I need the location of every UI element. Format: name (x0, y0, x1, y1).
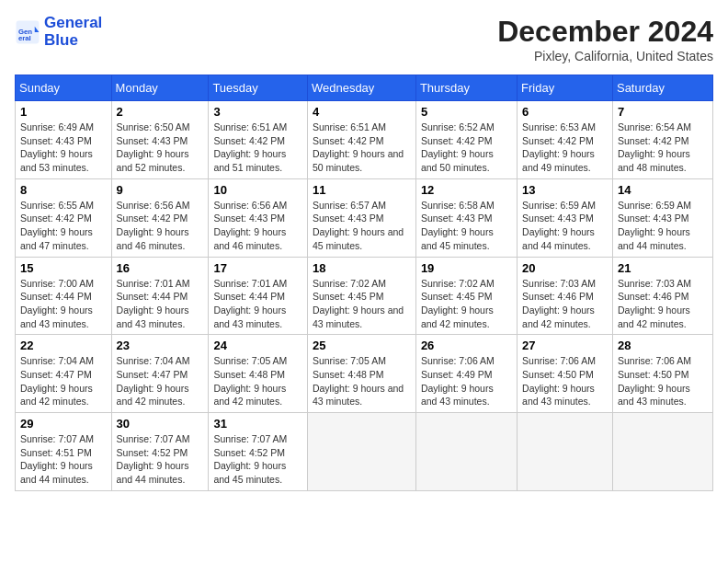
calendar-cell: 1 Sunrise: 6:49 AM Sunset: 4:43 PM Dayli… (16, 101, 112, 179)
day-info: Sunrise: 6:52 AM Sunset: 4:42 PM Dayligh… (421, 121, 512, 175)
calendar-cell: 12 Sunrise: 6:58 AM Sunset: 4:43 PM Dayl… (415, 178, 517, 257)
day-number: 19 (421, 261, 512, 275)
day-info: Sunrise: 7:02 AM Sunset: 4:45 PM Dayligh… (421, 277, 512, 331)
calendar-cell: 2 Sunrise: 6:50 AM Sunset: 4:43 PM Dayli… (111, 101, 209, 179)
calendar-cell: 8 Sunrise: 6:55 AM Sunset: 4:42 PM Dayli… (16, 178, 112, 257)
calendar-cell: 31 Sunrise: 7:07 AM Sunset: 4:52 PM Dayl… (209, 413, 308, 491)
day-info: Sunrise: 7:07 AM Sunset: 4:51 PM Dayligh… (20, 432, 107, 487)
day-info: Sunrise: 6:51 AM Sunset: 4:42 PM Dayligh… (213, 121, 302, 175)
calendar-cell: 16 Sunrise: 7:01 AM Sunset: 4:44 PM Dayl… (111, 257, 209, 335)
logo-icon: Gen eral (15, 19, 40, 45)
calendar-cell: 4 Sunrise: 6:51 AM Sunset: 4:42 PM Dayli… (307, 101, 415, 179)
day-info: Sunrise: 6:49 AM Sunset: 4:43 PM Dayligh… (20, 121, 107, 175)
calendar-cell: 18 Sunrise: 7:02 AM Sunset: 4:45 PM Dayl… (307, 257, 415, 335)
svg-text:eral: eral (18, 34, 31, 42)
calendar-cell: 9 Sunrise: 6:56 AM Sunset: 4:42 PM Dayli… (111, 178, 209, 257)
day-number: 13 (522, 183, 608, 197)
day-info: Sunrise: 7:06 AM Sunset: 4:50 PM Dayligh… (618, 354, 708, 408)
column-header-monday: Monday (111, 75, 209, 101)
title-area: December 2024 Pixley, California, United… (497, 15, 713, 63)
day-number: 15 (20, 261, 107, 275)
day-number: 2 (117, 105, 204, 119)
day-number: 6 (522, 105, 608, 119)
day-number: 11 (313, 183, 411, 197)
location: Pixley, California, United States (497, 49, 713, 63)
week-row-2: 8 Sunrise: 6:55 AM Sunset: 4:42 PM Dayli… (16, 178, 713, 257)
calendar-cell (518, 413, 613, 491)
calendar-table: SundayMondayTuesdayWednesdayThursdayFrid… (15, 75, 713, 491)
day-number: 27 (522, 339, 608, 352)
day-info: Sunrise: 7:06 AM Sunset: 4:50 PM Dayligh… (522, 354, 608, 408)
week-row-1: 1 Sunrise: 6:49 AM Sunset: 4:43 PM Dayli… (16, 101, 713, 179)
day-info: Sunrise: 6:59 AM Sunset: 4:43 PM Dayligh… (618, 199, 708, 253)
calendar-cell: 22 Sunrise: 7:04 AM Sunset: 4:47 PM Dayl… (16, 335, 112, 413)
month-title: December 2024 (497, 15, 713, 49)
day-info: Sunrise: 7:00 AM Sunset: 4:44 PM Dayligh… (20, 277, 107, 331)
calendar-cell: 14 Sunrise: 6:59 AM Sunset: 4:43 PM Dayl… (612, 178, 712, 257)
column-header-wednesday: Wednesday (307, 75, 415, 101)
day-number: 20 (522, 261, 608, 275)
column-header-thursday: Thursday (415, 75, 517, 101)
calendar-cell: 15 Sunrise: 7:00 AM Sunset: 4:44 PM Dayl… (16, 257, 112, 335)
calendar-cell: 13 Sunrise: 6:59 AM Sunset: 4:43 PM Dayl… (518, 178, 613, 257)
day-info: Sunrise: 7:03 AM Sunset: 4:46 PM Dayligh… (522, 277, 608, 331)
day-number: 1 (20, 105, 107, 119)
calendar-cell: 26 Sunrise: 7:06 AM Sunset: 4:49 PM Dayl… (415, 335, 517, 413)
day-info: Sunrise: 6:59 AM Sunset: 4:43 PM Dayligh… (522, 199, 608, 253)
day-info: Sunrise: 7:05 AM Sunset: 4:48 PM Dayligh… (213, 354, 302, 408)
day-info: Sunrise: 6:53 AM Sunset: 4:42 PM Dayligh… (522, 121, 608, 175)
calendar-cell: 6 Sunrise: 6:53 AM Sunset: 4:42 PM Dayli… (518, 101, 613, 179)
day-number: 14 (618, 183, 708, 197)
calendar-cell: 19 Sunrise: 7:02 AM Sunset: 4:45 PM Dayl… (415, 257, 517, 335)
day-number: 7 (618, 105, 708, 119)
day-number: 10 (213, 183, 302, 197)
calendar-cell: 28 Sunrise: 7:06 AM Sunset: 4:50 PM Dayl… (612, 335, 712, 413)
calendar-cell: 23 Sunrise: 7:04 AM Sunset: 4:47 PM Dayl… (111, 335, 209, 413)
calendar-cell: 21 Sunrise: 7:03 AM Sunset: 4:46 PM Dayl… (612, 257, 712, 335)
day-number: 25 (313, 339, 411, 352)
day-info: Sunrise: 7:04 AM Sunset: 4:47 PM Dayligh… (20, 354, 107, 408)
day-info: Sunrise: 7:07 AM Sunset: 4:52 PM Dayligh… (117, 432, 204, 487)
day-number: 31 (213, 417, 302, 431)
calendar-cell (415, 413, 517, 491)
page-header: Gen eral General Blue December 2024 Pixl… (15, 15, 713, 63)
day-number: 8 (20, 183, 107, 197)
day-number: 3 (213, 105, 302, 119)
calendar-cell: 5 Sunrise: 6:52 AM Sunset: 4:42 PM Dayli… (415, 101, 517, 179)
week-row-4: 22 Sunrise: 7:04 AM Sunset: 4:47 PM Dayl… (16, 335, 713, 413)
column-header-sunday: Sunday (16, 75, 112, 101)
day-info: Sunrise: 6:54 AM Sunset: 4:42 PM Dayligh… (618, 121, 708, 175)
day-info: Sunrise: 7:05 AM Sunset: 4:48 PM Dayligh… (313, 354, 411, 408)
calendar-cell: 3 Sunrise: 6:51 AM Sunset: 4:42 PM Dayli… (209, 101, 308, 179)
calendar-cell: 30 Sunrise: 7:07 AM Sunset: 4:52 PM Dayl… (111, 413, 209, 491)
day-info: Sunrise: 6:58 AM Sunset: 4:43 PM Dayligh… (421, 199, 512, 253)
day-number: 29 (20, 417, 107, 431)
day-number: 16 (117, 261, 204, 275)
column-header-friday: Friday (518, 75, 613, 101)
day-info: Sunrise: 7:01 AM Sunset: 4:44 PM Dayligh… (213, 277, 302, 331)
calendar-header-row: SundayMondayTuesdayWednesdayThursdayFrid… (16, 75, 713, 101)
day-number: 18 (313, 261, 411, 275)
calendar-cell: 27 Sunrise: 7:06 AM Sunset: 4:50 PM Dayl… (518, 335, 613, 413)
day-number: 12 (421, 183, 512, 197)
logo-line2: Blue (44, 32, 102, 50)
day-info: Sunrise: 6:56 AM Sunset: 4:42 PM Dayligh… (117, 199, 204, 253)
day-number: 4 (313, 105, 411, 119)
week-row-5: 29 Sunrise: 7:07 AM Sunset: 4:51 PM Dayl… (16, 413, 713, 491)
day-info: Sunrise: 6:57 AM Sunset: 4:43 PM Dayligh… (313, 199, 411, 253)
column-header-saturday: Saturday (612, 75, 712, 101)
day-number: 26 (421, 339, 512, 352)
day-info: Sunrise: 6:51 AM Sunset: 4:42 PM Dayligh… (313, 121, 411, 175)
week-row-3: 15 Sunrise: 7:00 AM Sunset: 4:44 PM Dayl… (16, 257, 713, 335)
calendar-cell: 25 Sunrise: 7:05 AM Sunset: 4:48 PM Dayl… (307, 335, 415, 413)
day-info: Sunrise: 6:55 AM Sunset: 4:42 PM Dayligh… (20, 199, 107, 253)
calendar-cell: 24 Sunrise: 7:05 AM Sunset: 4:48 PM Dayl… (209, 335, 308, 413)
calendar-cell: 10 Sunrise: 6:56 AM Sunset: 4:43 PM Dayl… (209, 178, 308, 257)
logo-line1: General (44, 15, 102, 32)
day-number: 21 (618, 261, 708, 275)
calendar-cell: 20 Sunrise: 7:03 AM Sunset: 4:46 PM Dayl… (518, 257, 613, 335)
day-info: Sunrise: 7:04 AM Sunset: 4:47 PM Dayligh… (117, 354, 204, 408)
calendar-cell (612, 413, 712, 491)
day-info: Sunrise: 6:50 AM Sunset: 4:43 PM Dayligh… (117, 121, 204, 175)
day-info: Sunrise: 7:07 AM Sunset: 4:52 PM Dayligh… (213, 432, 302, 487)
